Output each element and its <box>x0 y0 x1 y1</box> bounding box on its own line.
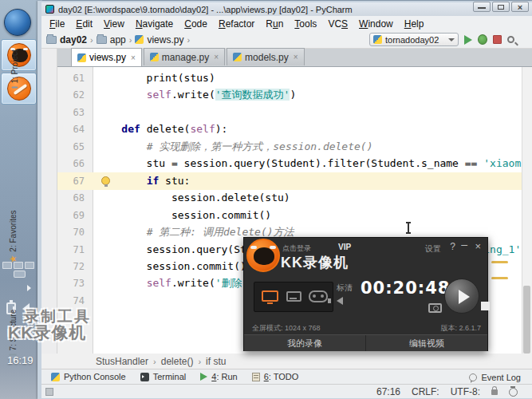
recorder-screenshot-icon[interactable] <box>428 303 442 313</box>
code-text: def delete(self): <box>97 120 227 138</box>
tool-window-toggle-icon[interactable] <box>45 388 53 396</box>
toolwindow-button-terminal[interactable]: Terminal <box>140 372 187 381</box>
taskbar-item-kk-recorder[interactable] <box>1 39 37 71</box>
run-configuration-select[interactable]: tornadoday02 <box>369 33 459 46</box>
toolwindow-button-6-todo[interactable]: 6: TODO <box>252 372 299 381</box>
breadcrumb-label: day02 <box>60 34 87 45</box>
recorder-stop-button[interactable] <box>481 302 490 310</box>
python-file-icon <box>150 53 159 61</box>
editor-tab-views.py[interactable]: views.py× <box>71 48 142 66</box>
chevron-down-icon <box>448 38 455 41</box>
menu-bar: FileEditViewNavigateCodeRefactorRunTools… <box>41 16 532 31</box>
tray-pill-icon[interactable] <box>14 271 26 278</box>
menu-item-code[interactable]: Code <box>179 18 213 30</box>
line-number: 62 <box>57 86 85 104</box>
tab-close-icon[interactable]: × <box>294 53 298 61</box>
caret-position[interactable]: 67:16 <box>376 386 400 397</box>
run-button[interactable] <box>464 35 472 45</box>
folder-icon <box>97 36 107 44</box>
line-ending-indicator[interactable]: CRLF: <box>412 386 439 397</box>
toolwindow-button-4-run[interactable]: 4: Run <box>200 372 237 381</box>
editor-tab-bar: views.py×manage.py×models.py× <box>41 49 532 67</box>
breadcrumb-item-views.py[interactable]: views.py <box>135 34 183 45</box>
editor-tab-manage.py[interactable]: manage.py× <box>144 48 225 65</box>
line-number: 63 <box>57 104 85 121</box>
project-folder-icon <box>11 87 18 89</box>
code-line-66: 66 stu = session.query(Student).filter(S… <box>57 155 522 172</box>
taskbar-item-pen-app[interactable] <box>1 73 37 105</box>
recorder-help-button[interactable]: ? <box>450 241 455 252</box>
search-everywhere-button[interactable] <box>507 36 514 43</box>
breadcrumb-label: app <box>110 34 126 45</box>
recorder-vip-link[interactable]: VIP <box>338 243 351 251</box>
mouse-ibeam-cursor <box>408 223 409 233</box>
code-text: if stu: <box>97 172 190 190</box>
project-stripe-label: 1: Project <box>10 49 19 83</box>
editor-breadcrumb-if stu[interactable]: if stu <box>206 356 226 367</box>
menu-item-file[interactable]: File <box>44 18 70 30</box>
screen: 16:19 录制工具 KK录像机 day02 [E:\wordspace\9.t… <box>0 0 532 399</box>
status-bar: 67:16 CRLF: UTF-8: <box>41 384 532 398</box>
menu-item-edit[interactable]: Edit <box>70 18 98 30</box>
sidebar-item-project[interactable]: 1: Project <box>10 73 19 89</box>
menu-item-vcs[interactable]: VCS <box>322 18 353 30</box>
tool-window-bar: Python ConsoleTerminal4: Run6: TODOEvent… <box>41 369 532 384</box>
game-record-mode-icon[interactable] <box>309 290 328 302</box>
recorder-version: 版本: 2.6.1.7 <box>440 323 481 334</box>
toolwindow-button-label: Python Console <box>64 372 126 381</box>
recorder-volume-icon[interactable] <box>337 297 343 305</box>
window-record-mode-icon[interactable] <box>286 291 301 302</box>
screen-record-mode-icon[interactable] <box>262 290 278 302</box>
menu-item-window[interactable]: Window <box>353 18 399 30</box>
breadcrumb-item-app[interactable]: app <box>97 34 126 45</box>
line-number: 65 <box>57 138 85 156</box>
close-button[interactable]: × <box>511 2 529 12</box>
favorites-star-icon: ★ <box>8 255 18 263</box>
menu-item-help[interactable]: Help <box>399 18 430 30</box>
restore-button[interactable] <box>492 2 510 12</box>
toolwindow-button-python-console[interactable]: Python Console <box>51 372 126 381</box>
line-number: 71 <box>57 241 85 259</box>
recorder-quality-label[interactable]: 标清 <box>337 282 353 294</box>
taskbar-clock[interactable]: 16:19 <box>7 354 33 366</box>
breadcrumb: day02›app›views.py› <box>46 31 190 48</box>
stop-button[interactable] <box>493 35 502 44</box>
recorder-close-button[interactable]: × <box>475 240 481 252</box>
editor-breadcrumb-StusHandler[interactable]: StusHandler <box>96 356 148 367</box>
editor-breadcrumb-delete()[interactable]: delete() <box>161 356 194 367</box>
editor-tab-models.py[interactable]: models.py× <box>227 48 305 65</box>
encoding-indicator[interactable]: UTF-8: <box>451 386 480 397</box>
menu-item-view[interactable]: View <box>98 18 130 30</box>
readonly-lock-icon[interactable] <box>491 389 498 395</box>
kk-recorder-panel[interactable]: 点击登录 VIP 设置 ? – × KK录像机 标清 00:20:48 全屏模式… <box>243 237 488 351</box>
intention-bulb-icon[interactable] <box>101 176 110 185</box>
recorder-minimize-button[interactable]: – <box>461 238 467 251</box>
recorder-record-button[interactable] <box>444 279 479 314</box>
line-number: 72 <box>57 258 85 275</box>
edit-video-button[interactable]: 编辑视频 <box>366 335 487 351</box>
tab-close-icon[interactable]: × <box>214 53 219 61</box>
breadcrumb-item-day02[interactable]: day02 <box>46 34 87 45</box>
windows-start-button[interactable] <box>4 9 31 36</box>
menu-item-run[interactable]: Run <box>260 18 289 30</box>
debug-button[interactable] <box>478 34 487 45</box>
tab-close-icon[interactable]: × <box>131 53 136 62</box>
inspections-hector-icon[interactable] <box>509 388 518 397</box>
event-log-button[interactable]: Event Log <box>469 369 521 385</box>
menu-item-tools[interactable]: Tools <box>289 18 322 30</box>
code-line-67: 67 if stu: <box>57 172 522 190</box>
my-videos-button[interactable]: 我的录像 <box>244 335 366 351</box>
speaker-tray-icon[interactable] <box>22 303 30 314</box>
recorder-settings-button[interactable]: 设置 <box>425 243 441 255</box>
sidebar-item-structure[interactable]: 7: Structure <box>9 340 18 356</box>
minimize-button[interactable] <box>473 2 491 12</box>
sidebar-item-favorites[interactable]: ★ 2: Favorites <box>8 247 18 263</box>
menu-item-navigate[interactable]: Navigate <box>130 18 179 30</box>
code-text: session.commit() <box>97 258 246 275</box>
title-bar[interactable]: day02 [E:\wordspace\9.tornado\day02] - .… <box>41 2 532 16</box>
line-number: 70 <box>57 223 85 241</box>
menu-item-refactor[interactable]: Refactor <box>213 18 260 30</box>
tray-expand-arrow-icon[interactable] <box>27 285 31 291</box>
scrollbar-thumb[interactable] <box>523 286 530 354</box>
navigation-toolbar: day02›app›views.py› tornadoday02 <box>41 31 532 49</box>
